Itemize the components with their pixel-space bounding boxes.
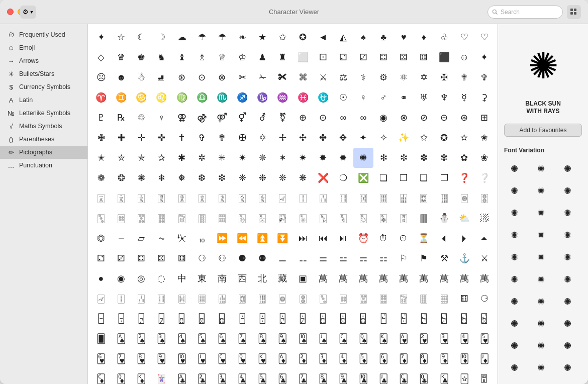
char-cell[interactable]: ☁ [172,27,192,47]
char-cell[interactable]: 🂻 [192,349,212,369]
char-cell[interactable]: ❅ [172,168,192,188]
char-cell[interactable]: ⊛ [172,67,192,87]
char-cell[interactable]: ❎ [353,168,373,188]
char-cell[interactable]: 🃓 [212,369,232,384]
char-cell[interactable]: 🂺 [172,349,192,369]
char-cell[interactable]: ⊙ [313,108,333,128]
char-cell[interactable]: 🃛 [373,369,394,384]
char-cell[interactable]: ✀ [272,67,292,87]
char-cell[interactable]: ♇ [91,108,111,128]
sidebar-item-maths[interactable]: √ Maths Symbols [0,120,87,133]
char-cell[interactable]: ♡ [474,27,495,47]
font-variation-cell[interactable]: ✺ [531,358,551,378]
char-cell[interactable]: 🃝 [414,369,434,384]
char-cell[interactable]: 🀋 [172,188,192,208]
char-cell[interactable]: ◭ [333,27,353,47]
char-cell[interactable]: 🁬 [272,309,292,329]
char-cell[interactable]: ♟ [252,47,272,67]
char-cell[interactable]: ✨ [394,128,414,148]
char-cell[interactable]: 🁰 [353,309,373,329]
char-cell[interactable]: 🀖 [394,188,414,208]
char-cell[interactable]: 🃅 [353,349,373,369]
char-cell[interactable]: 🃏 [151,369,171,384]
char-cell[interactable]: ⚓ [454,248,474,268]
char-cell[interactable]: ❍ [333,168,353,188]
sidebar-item-letterlike[interactable]: № Letterlike Symbols [0,107,87,120]
font-variation-cell[interactable]: ✺ [557,225,577,245]
sidebar-item-arrows[interactable]: → Arrows [0,54,87,67]
char-cell[interactable]: ♎ [192,87,212,108]
char-cell[interactable]: ⚑ [414,248,434,268]
char-cell[interactable]: ♆ [434,87,454,108]
char-cell[interactable]: ⚃ [373,47,394,67]
char-cell[interactable]: 🁫 [252,309,272,329]
char-cell[interactable]: 🀉 [131,188,151,208]
char-cell[interactable]: ♐ [232,87,252,108]
char-cell[interactable]: ♧ [434,27,454,47]
char-cell[interactable]: ✦ [474,47,495,67]
char-cell[interactable]: ⊛ [454,108,474,128]
char-cell[interactable]: ♂ [373,87,394,108]
char-cell[interactable]: ✩ [414,128,434,148]
char-cell[interactable]: 🃞 [434,369,454,384]
char-cell[interactable]: ⚔ [474,248,495,268]
char-cell[interactable]: ✣ [293,128,313,148]
char-cell[interactable]: ⛎ [313,87,333,108]
char-cell[interactable]: 🂷 [111,349,131,369]
char-cell[interactable]: 🂳 [434,329,454,349]
char-cell[interactable]: ☽ [151,27,171,47]
char-cell[interactable]: 🀛 [91,208,111,228]
char-cell[interactable]: 🂵 [474,329,495,349]
char-cell[interactable]: 🀪 [394,208,414,228]
sidebar-item-parentheses[interactable]: () Parentheses [0,133,87,146]
char-cell[interactable]: ✦ [91,27,111,47]
char-cell[interactable]: ◉ [373,108,394,128]
char-cell[interactable]: 🃂 [293,349,313,369]
char-cell[interactable]: 🀢 [232,208,252,228]
char-cell[interactable]: ♞ [151,47,171,67]
char-cell[interactable]: ♜ [272,47,292,67]
char-cell[interactable]: 🃉 [434,349,454,369]
char-cell[interactable]: ❉ [252,168,272,188]
char-cell[interactable]: ♋ [131,87,151,108]
char-cell[interactable]: ❂ [111,168,131,188]
font-variation-cell[interactable]: ✺ [504,247,524,267]
char-cell[interactable]: ⚆ [474,289,495,309]
char-cell[interactable]: 🃁 [272,349,292,369]
char-cell[interactable]: ▣ [293,268,313,289]
char-cell[interactable]: ❒ [434,168,454,188]
font-variation-cell[interactable]: ✺ [557,159,577,179]
char-cell[interactable]: 🀕 [192,289,212,309]
char-cell[interactable]: ⚍ [333,248,353,268]
char-cell[interactable]: ✤ [313,128,333,148]
char-cell[interactable]: 🀛 [313,289,333,309]
font-variation-cell[interactable]: ✺ [531,314,551,334]
char-cell[interactable]: ⚁ [333,47,353,67]
char-cell[interactable]: ♏ [212,87,232,108]
font-variation-cell[interactable]: ✺ [557,269,577,290]
sidebar-item-punctuation[interactable]: … Punctuation [0,159,87,172]
font-variation-cell[interactable]: ✺ [504,336,524,356]
char-cell[interactable]: ✰ [151,148,171,168]
char-cell[interactable]: 🁴 [434,309,454,329]
char-cell[interactable]: 萬 [394,268,414,289]
char-cell[interactable]: ⛸ [151,67,171,87]
char-cell[interactable]: ❀ [474,148,495,168]
char-cell[interactable]: ♗ [192,47,212,67]
char-cell[interactable]: ⚥ [232,108,252,128]
char-cell[interactable]: 🃍 [111,369,131,384]
char-cell[interactable]: ♍ [172,87,192,108]
char-cell[interactable]: 🀚 [293,289,313,309]
close-button[interactable] [7,9,14,15]
char-cell[interactable]: ✫ [454,128,474,148]
font-variation-cell[interactable]: ✺ [504,358,524,378]
char-cell[interactable]: ⬛ [434,47,454,67]
char-cell[interactable]: ♀ [353,87,373,108]
char-cell[interactable]: ⏥ [131,228,151,248]
char-cell[interactable]: ⏬ [272,228,292,248]
char-cell[interactable]: ✮ [111,148,131,168]
char-cell[interactable]: ☾ [131,27,151,47]
char-cell[interactable]: 🀙 [454,188,474,208]
char-cell[interactable]: 🁵 [454,309,474,329]
char-cell[interactable]: ⚏ [373,248,394,268]
